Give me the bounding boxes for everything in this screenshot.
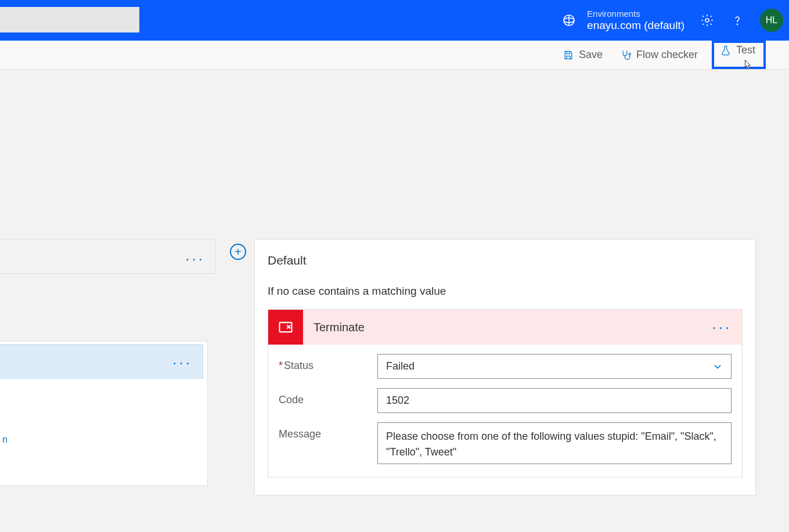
environment-name: enayu.com (default) <box>587 19 684 32</box>
terminate-icon <box>268 310 303 345</box>
add-action-link-fragment[interactable]: n <box>2 435 8 445</box>
case-action-card[interactable]: ··· <box>0 344 203 379</box>
default-subtitle: If no case contains a matching value <box>255 267 755 309</box>
more-icon[interactable]: ··· <box>172 354 192 372</box>
svg-point-2 <box>705 19 709 22</box>
flow-checker-button[interactable]: Flow checker <box>617 46 701 63</box>
chevron-down-icon <box>712 361 723 375</box>
help-icon[interactable] <box>730 13 745 28</box>
environment-picker[interactable]: Environments enayu.com (default) <box>561 9 684 32</box>
avatar-initials: HL <box>766 15 777 26</box>
status-select[interactable]: Failed <box>377 354 732 379</box>
case-action-container: ··· n <box>0 341 208 486</box>
code-label: Code <box>279 388 377 406</box>
stethoscope-icon <box>620 49 632 61</box>
terminate-action: Terminate ··· *Status Failed Code Messag… <box>268 309 743 477</box>
environment-label: Environments <box>587 9 684 19</box>
default-case-card: Default If no case contains a matching v… <box>254 239 756 495</box>
svg-point-4 <box>629 53 631 55</box>
save-icon <box>563 49 574 61</box>
svg-point-3 <box>737 24 737 24</box>
test-button[interactable]: Test <box>712 41 766 69</box>
case-card[interactable]: ··· <box>0 239 216 274</box>
avatar[interactable]: HL <box>760 9 783 32</box>
cursor-icon <box>741 59 753 71</box>
status-label: *Status <box>279 354 377 372</box>
flask-icon <box>720 45 732 56</box>
globe-icon <box>561 13 577 28</box>
message-label: Message <box>279 422 377 440</box>
more-icon[interactable]: ··· <box>712 319 732 336</box>
search-input[interactable] <box>0 7 139 32</box>
test-label: Test <box>736 44 755 56</box>
message-input[interactable] <box>377 422 732 464</box>
default-title: Default <box>255 240 755 267</box>
svg-rect-5 <box>280 323 292 332</box>
action-toolbar: Save Flow checker Test <box>0 41 789 70</box>
terminate-header[interactable]: Terminate ··· <box>268 310 742 345</box>
add-case-button[interactable]: + <box>230 244 246 260</box>
code-input[interactable] <box>377 388 732 413</box>
plus-icon: + <box>235 245 242 259</box>
flow-checker-label: Flow checker <box>636 49 698 61</box>
app-header: Environments enayu.com (default) HL <box>0 0 789 41</box>
save-button[interactable]: Save <box>559 46 606 63</box>
gear-icon[interactable] <box>700 13 715 28</box>
terminate-title: Terminate <box>314 321 365 334</box>
save-label: Save <box>579 49 603 61</box>
more-icon[interactable]: ··· <box>185 250 205 268</box>
